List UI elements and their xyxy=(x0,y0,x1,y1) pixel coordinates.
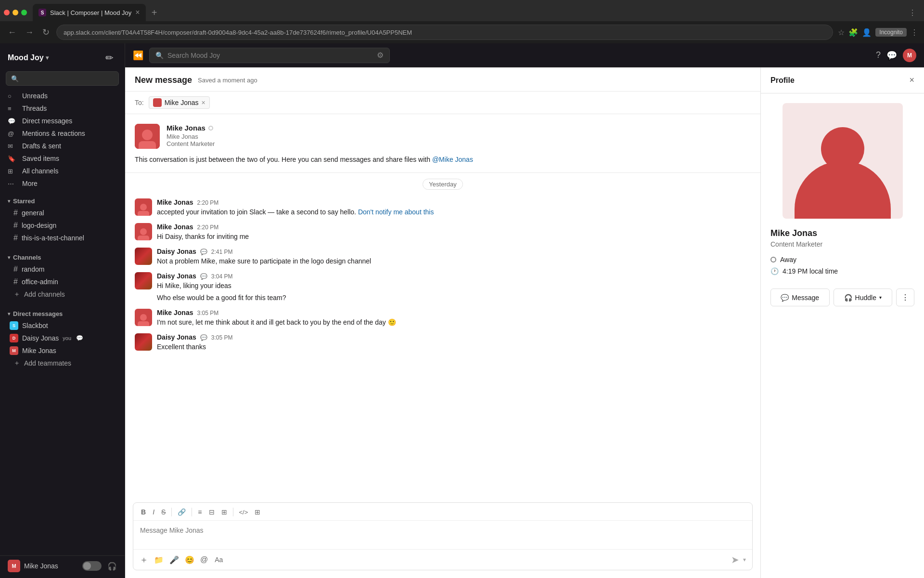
code-button[interactable]: </> xyxy=(236,507,251,517)
message-input[interactable] xyxy=(134,522,751,547)
window-minimize-btn[interactable] xyxy=(13,10,18,15)
sidebar-item-drafts-sent[interactable]: ✉ Drafts & sent xyxy=(0,140,125,152)
user-avatar-topbar[interactable]: M xyxy=(903,49,916,62)
message-text: Hi Mike, liking your ideas xyxy=(157,281,751,291)
sidebar-item-more[interactable]: ⋯ More xyxy=(0,177,125,190)
refresh-button[interactable]: ↻ xyxy=(40,25,51,39)
thread-indicator-icon: 💬 xyxy=(76,335,83,342)
date-divider: Yesterday xyxy=(125,173,760,196)
daisy-message-avatar xyxy=(135,248,152,265)
address-bar[interactable]: app.slack.com/client/T04A4T58F4H/compose… xyxy=(56,25,833,40)
channels-section-header[interactable]: ▾ Channels xyxy=(0,252,125,263)
channel-hash-icon: # xyxy=(13,221,18,230)
status-toggle[interactable] xyxy=(82,561,102,571)
sidebar-item-threads[interactable]: ≡ Threads xyxy=(0,102,125,115)
panel-user-name: Mike Jonas xyxy=(761,228,924,240)
format-button[interactable]: Aa xyxy=(212,554,225,565)
tab-close-btn[interactable]: × xyxy=(135,8,140,17)
channel-hash-icon: # xyxy=(13,209,18,217)
sidebar-item-unreads[interactable]: ○ Unreads xyxy=(0,90,125,102)
emoji-button[interactable]: 😊 xyxy=(183,554,196,566)
sidebar-item-direct-messages[interactable]: 💬 Direct messages xyxy=(0,115,125,127)
huddle-action-button[interactable]: 🎧 Huddle ▾ xyxy=(834,289,893,306)
clock-icon: 🕐 xyxy=(770,267,779,275)
headphone-icon[interactable]: 🎧 xyxy=(107,562,117,571)
channel-item-test-channel[interactable]: # this-is-a-test-channel xyxy=(0,232,125,244)
browser-tabs: S Slack | Composer | Mood Joy × + ⋮ xyxy=(0,0,924,21)
bookmark-icon[interactable]: ☆ xyxy=(838,28,845,37)
message-row: Mike Jonas 3:05 PM I'm not sure, let me … xyxy=(135,306,751,330)
toolbar-divider xyxy=(171,508,172,516)
search-bar[interactable]: 🔍 Search Mood Joy ⚙ xyxy=(149,48,390,63)
send-button[interactable]: ➤ xyxy=(730,552,741,567)
channel-item-random[interactable]: # random xyxy=(0,263,125,276)
italic-button[interactable]: I xyxy=(150,507,157,517)
help-icon[interactable]: ? xyxy=(876,50,881,60)
dm-section: ▾ Direct messages S Slackbot D Daisy Jon… xyxy=(0,304,125,373)
panel-more-button[interactable]: ⋮ xyxy=(896,289,914,306)
profile-username: Mike Jonas xyxy=(167,133,215,140)
channel-item-general[interactable]: # general xyxy=(0,207,125,219)
window-maximize-btn[interactable] xyxy=(21,10,27,15)
unordered-list-button[interactable]: ⊟ xyxy=(206,507,218,517)
threads-icon: ≡ xyxy=(8,105,17,112)
address-text: app.slack.com/client/T04A4T58F4H/compose… xyxy=(64,29,826,36)
dont-notify-link[interactable]: Don't notify me about this xyxy=(358,208,434,216)
sidebar-item-mentions-reactions[interactable]: @ Mentions & reactions xyxy=(0,127,125,140)
active-tab[interactable]: S Slack | Composer | Mood Joy × xyxy=(33,4,146,21)
dm-item-daisy-jonas[interactable]: D Daisy Jonas you 💬 xyxy=(0,332,125,344)
panel-close-button[interactable]: × xyxy=(909,75,914,85)
messages-area[interactable]: Mike Jonas 2:20 PM accepted your invitat… xyxy=(125,196,760,502)
to-field: To: Mike Jonas × xyxy=(125,92,760,114)
add-button[interactable]: ＋ xyxy=(138,552,150,567)
remove-recipient-button[interactable]: × xyxy=(202,99,205,106)
channel-hash-icon: # xyxy=(13,234,18,242)
message-header: Daisy Jonas 💬 3:05 PM xyxy=(157,333,751,341)
sidebar-item-all-channels[interactable]: ⊞ All channels xyxy=(0,165,125,177)
user-avatar: M xyxy=(8,560,20,572)
workspace-name[interactable]: Mood Joy ▾ xyxy=(8,53,49,62)
bold-button[interactable]: B xyxy=(138,507,149,517)
profile-icon[interactable]: 👤 xyxy=(862,28,872,37)
message-action-button[interactable]: 💬 Message xyxy=(770,289,830,306)
mike-avatar-sm: M xyxy=(10,346,18,355)
message-profile-info: Mike Jonas Mike Jonas Content Marketer xyxy=(167,124,215,147)
extensions-icon[interactable]: 🧩 xyxy=(848,28,858,37)
sidebar-footer: M Mike Jonas 🎧 xyxy=(0,555,125,578)
notification-icon[interactable]: 💬 xyxy=(886,50,897,61)
window-close-btn[interactable] xyxy=(4,10,10,15)
add-channels-button[interactable]: ＋ Add channels xyxy=(0,288,125,301)
menu-icon[interactable]: ⋮ xyxy=(911,28,918,37)
search-filter-icon[interactable]: ⚙ xyxy=(377,51,384,60)
dm-item-slackbot[interactable]: S Slackbot xyxy=(0,319,125,332)
mention-link[interactable]: @Mike Jonas xyxy=(432,156,473,163)
thread-icon: 💬 xyxy=(200,249,207,255)
channel-item-office-admin[interactable]: # office-admin xyxy=(0,276,125,288)
mention-button[interactable]: @ xyxy=(199,554,209,565)
dm-section-header[interactable]: ▾ Direct messages xyxy=(0,308,125,319)
voice-button[interactable]: 🎤 xyxy=(168,554,180,566)
strikethrough-button[interactable]: S xyxy=(158,507,168,517)
sidebar-search[interactable]: 🔍 xyxy=(6,71,119,86)
link-button[interactable]: 🔗 xyxy=(175,507,189,517)
block-button[interactable]: ⊞ xyxy=(252,507,263,517)
send-options-button[interactable]: ▾ xyxy=(742,555,747,565)
new-tab-button[interactable]: + xyxy=(148,5,161,20)
history-back-button[interactable]: ⏪ xyxy=(133,50,143,61)
numbered-list-button[interactable]: ⊞ xyxy=(218,507,230,517)
add-teammates-button[interactable]: ＋ Add teammates xyxy=(0,357,125,369)
forward-button[interactable]: → xyxy=(23,26,36,39)
dm-item-mike-jonas[interactable]: M Mike Jonas xyxy=(0,344,125,357)
sidebar: Mood Joy ▾ ✏ 🔍 ○ Unreads ≡ Threads 💬 Dir… xyxy=(0,43,125,578)
compose-button[interactable]: ✏ xyxy=(102,50,117,66)
sidebar-search-icon: 🔍 xyxy=(11,75,19,82)
incognito-label: Incognito xyxy=(875,28,907,37)
message-input-wrapper[interactable] xyxy=(133,521,752,549)
attach-button[interactable]: 📁 xyxy=(153,554,165,566)
channel-item-logo-design[interactable]: # logo-design xyxy=(0,219,125,232)
ordered-list-button[interactable]: ≡ xyxy=(195,507,205,517)
current-user[interactable]: M Mike Jonas 🎧 xyxy=(8,560,117,572)
back-button[interactable]: ← xyxy=(6,26,18,39)
sidebar-item-saved-items[interactable]: 🔖 Saved items xyxy=(0,152,125,165)
starred-section-header[interactable]: ▾ Starred xyxy=(0,196,125,207)
